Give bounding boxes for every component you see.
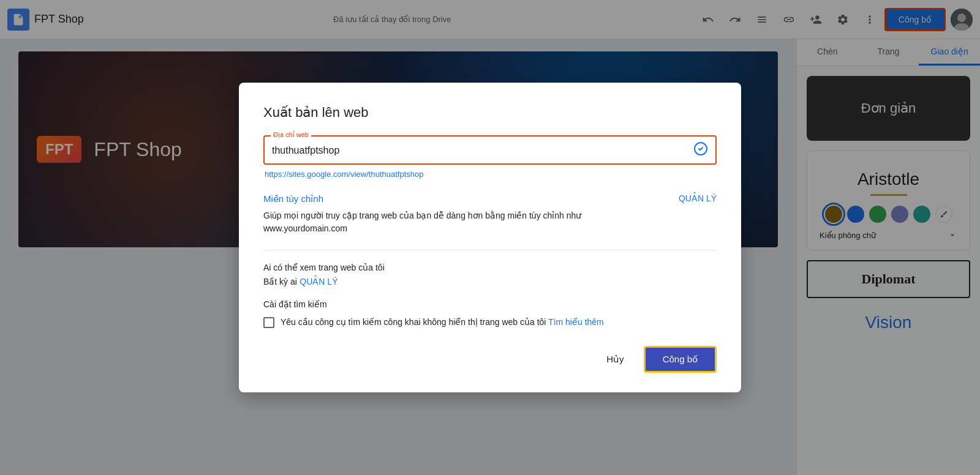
who-view-section: Ai có thể xem trang web của tôi Bất kỳ a… — [263, 263, 385, 287]
publish-modal-button[interactable]: Công bố — [644, 346, 717, 373]
divider1 — [263, 250, 717, 250]
url-input[interactable] — [272, 143, 688, 159]
search-checkbox[interactable] — [263, 317, 274, 328]
url-preview: https://sites.google.com/view/thuthuatfp… — [265, 170, 717, 179]
url-check-icon — [693, 141, 708, 160]
custom-domain-section: Miền tùy chỉnh Giúp mọi người truy cập t… — [263, 193, 581, 238]
manage-domain-link[interactable]: QUẢN LÝ — [679, 193, 717, 203]
who-view-row: Ai có thể xem trang web của tôi Bất kỳ a… — [263, 263, 717, 287]
learn-more-link[interactable]: Tìm hiểu thêm — [548, 317, 604, 327]
cancel-button[interactable]: Hủy — [597, 349, 633, 370]
url-preview-prefix: https://sites.google.com/view/ — [265, 170, 369, 179]
publish-modal: Xuất bản lên web Địa chỉ web https://sit… — [239, 83, 741, 392]
who-view-manage-link[interactable]: QUẢN LÝ — [300, 277, 337, 286]
modal-title: Xuất bản lên web — [263, 105, 717, 121]
url-preview-suffix: thuthuatfptshop — [369, 170, 424, 179]
url-field-wrapper: Địa chỉ web — [263, 135, 717, 165]
url-field-inner — [272, 141, 708, 160]
who-view-value: Bất kỳ ai — [263, 277, 297, 286]
modal-overlay: Xuất bản lên web Địa chỉ web https://sit… — [0, 0, 980, 475]
custom-domain-desc: Giúp mọi người truy cập trang web của bạ… — [263, 209, 581, 235]
url-field-label: Địa chỉ web — [271, 131, 311, 139]
checkbox-label-text: Yêu cầu công cụ tìm kiếm công khai không… — [281, 317, 546, 327]
checkbox-row: Yêu cầu công cụ tìm kiếm công khai không… — [263, 316, 717, 329]
checkbox-label: Yêu cầu công cụ tìm kiếm công khai không… — [281, 316, 604, 329]
who-view-title: Ai có thể xem trang web của tôi — [263, 263, 385, 272]
domain-row: Miền tùy chỉnh Giúp mọi người truy cập t… — [263, 193, 717, 238]
modal-footer: Hủy Công bố — [263, 346, 717, 373]
custom-domain-title[interactable]: Miền tùy chỉnh — [263, 193, 581, 204]
search-title: Cài đặt tìm kiếm — [263, 299, 717, 309]
